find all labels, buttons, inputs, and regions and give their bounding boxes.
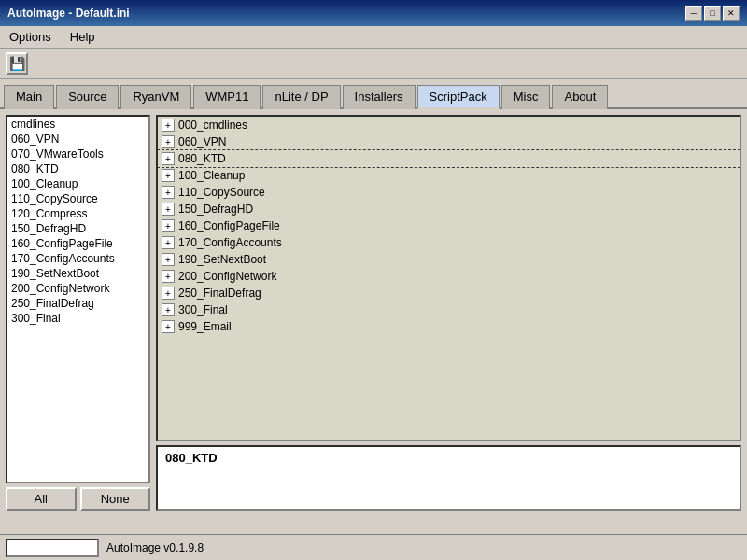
expand-icon[interactable]: +: [162, 303, 175, 316]
tree-item-label: 160_ConfigPageFile: [178, 219, 280, 232]
tree-item[interactable]: +999_Email: [158, 318, 740, 335]
info-text: 080_KTD: [165, 451, 218, 465]
menu-help[interactable]: Help: [64, 28, 101, 46]
list-item[interactable]: 160_ConfigPageFile: [7, 236, 148, 251]
none-button[interactable]: None: [80, 487, 151, 511]
tree-item-label: 110_CopySource: [178, 186, 265, 199]
list-item[interactable]: cmdlines: [7, 117, 148, 132]
expand-icon[interactable]: +: [162, 135, 175, 148]
tree-item-label: 999_Email: [178, 320, 232, 333]
tree-item-label: 170_ConfigAccounts: [178, 236, 282, 249]
window-controls: ─ □ ✕: [685, 6, 740, 21]
menu-options[interactable]: Options: [4, 28, 57, 46]
tab-ryanvm[interactable]: RyanVM: [120, 85, 191, 109]
window-title: AutoImage - Default.ini: [7, 7, 130, 20]
list-item[interactable]: 200_ConfigNetwork: [7, 281, 148, 296]
expand-icon[interactable]: +: [162, 287, 175, 300]
tree-item[interactable]: +100_Cleanup: [158, 167, 740, 184]
menu-bar: Options Help: [0, 26, 747, 49]
info-box: 080_KTD: [156, 445, 741, 511]
tree-item[interactable]: +200_ConfigNetwork: [158, 268, 740, 285]
tab-scriptpack[interactable]: ScriptPack: [417, 85, 500, 109]
list-item[interactable]: 080_KTD: [7, 161, 148, 176]
expand-icon[interactable]: +: [162, 203, 175, 216]
list-item[interactable]: 120_Compress: [7, 206, 148, 221]
tree-item[interactable]: +190_SetNextBoot: [158, 251, 740, 268]
tree-item-label: 150_DefragHD: [178, 203, 253, 216]
tree-item-label: 300_Final: [178, 303, 228, 316]
tab-nlite[interactable]: nLite / DP: [262, 85, 340, 109]
tab-about[interactable]: About: [552, 85, 608, 109]
left-panel: cmdlines060_VPN070_VMwareTools080_KTD100…: [6, 115, 150, 511]
tree-item[interactable]: +110_CopySource: [158, 184, 740, 201]
list-item[interactable]: 060_VPN: [7, 132, 148, 147]
list-item[interactable]: 070_VMwareTools: [7, 147, 148, 161]
tree-item[interactable]: +250_FinalDefrag: [158, 285, 740, 301]
status-bar: AutoImage v0.1.9.8: [0, 534, 747, 560]
expand-icon[interactable]: +: [162, 169, 175, 182]
tree-item[interactable]: +080_KTD: [158, 150, 740, 167]
list-item[interactable]: 110_CopySource: [7, 191, 148, 206]
main-content: cmdlines060_VPN070_VMwareTools080_KTD100…: [0, 109, 747, 516]
expand-icon[interactable]: +: [162, 152, 175, 165]
list-item[interactable]: 170_ConfigAccounts: [7, 251, 148, 266]
tree-item[interactable]: +060_VPN: [158, 133, 740, 150]
expand-icon[interactable]: +: [162, 219, 175, 232]
minimize-button[interactable]: ─: [685, 6, 702, 21]
status-input[interactable]: [6, 539, 99, 557]
tab-wmp11[interactable]: WMP11: [193, 85, 261, 109]
tree-item-label: 250_FinalDefrag: [178, 287, 261, 300]
list-item[interactable]: 300_Final: [7, 311, 148, 326]
script-tree[interactable]: +000_cmdlines+060_VPN+080_KTD+100_Cleanu…: [156, 115, 741, 441]
list-item[interactable]: 250_FinalDefrag: [7, 296, 148, 311]
tree-item[interactable]: +170_ConfigAccounts: [158, 234, 740, 251]
list-item[interactable]: 190_SetNextBoot: [7, 266, 148, 281]
button-row: All None: [6, 487, 150, 511]
tree-item[interactable]: +300_Final: [158, 301, 740, 318]
tree-item-label: 190_SetNextBoot: [178, 253, 266, 266]
tree-item-label: 060_VPN: [178, 135, 226, 148]
close-button[interactable]: ✕: [723, 6, 740, 21]
script-list[interactable]: cmdlines060_VPN070_VMwareTools080_KTD100…: [6, 115, 150, 483]
tree-item[interactable]: +000_cmdlines: [158, 117, 740, 133]
tabs-bar: MainSourceRyanVMWMP11nLite / DPInstaller…: [0, 79, 747, 109]
tab-main[interactable]: Main: [4, 85, 54, 109]
tab-installers[interactable]: Installers: [343, 85, 416, 109]
tab-misc[interactable]: Misc: [501, 85, 551, 109]
tree-item-label: 000_cmdlines: [178, 119, 247, 132]
expand-icon[interactable]: +: [162, 320, 175, 333]
list-item[interactable]: 100_Cleanup: [7, 176, 148, 191]
expand-icon[interactable]: +: [162, 236, 175, 249]
tab-source[interactable]: Source: [56, 85, 119, 109]
expand-icon[interactable]: +: [162, 186, 175, 199]
right-panel: +000_cmdlines+060_VPN+080_KTD+100_Cleanu…: [156, 115, 741, 511]
tree-item[interactable]: +150_DefragHD: [158, 201, 740, 217]
toolbar: 💾: [0, 49, 747, 79]
tree-item[interactable]: +160_ConfigPageFile: [158, 217, 740, 234]
tree-item-label: 080_KTD: [178, 152, 226, 165]
save-button[interactable]: 💾: [6, 52, 28, 75]
version-text: AutoImage v0.1.9.8: [106, 541, 204, 554]
title-bar: AutoImage - Default.ini ─ □ ✕: [0, 0, 747, 26]
expand-icon[interactable]: +: [162, 270, 175, 283]
list-item[interactable]: 150_DefragHD: [7, 221, 148, 236]
tree-item-label: 100_Cleanup: [178, 169, 245, 182]
expand-icon[interactable]: +: [162, 253, 175, 266]
expand-icon[interactable]: +: [162, 119, 175, 132]
all-button[interactable]: All: [6, 487, 77, 511]
maximize-button[interactable]: □: [704, 6, 721, 21]
tree-item-label: 200_ConfigNetwork: [178, 270, 276, 283]
